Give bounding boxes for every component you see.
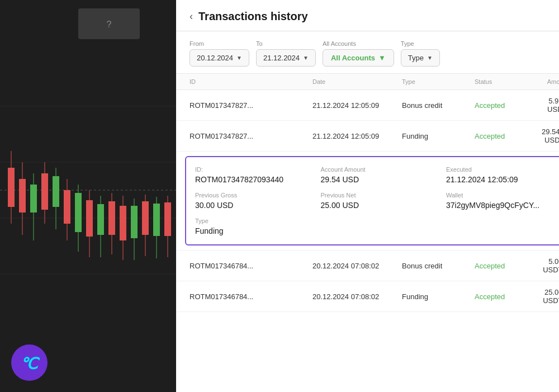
detail-id-field: ID: ROTM017347827093440: [195, 166, 312, 184]
row-amount: 5.91 USD: [542, 97, 559, 114]
row-id: ROTM017347827...: [190, 132, 312, 140]
expanded-grid-top: ID: ROTM017347827093440 Account Amount 2…: [195, 166, 559, 184]
row-id: ROTM017346784...: [190, 262, 312, 270]
row-type: Funding: [402, 132, 475, 140]
svg-rect-8: [8, 168, 15, 207]
row-type: Bonus credit: [402, 101, 475, 110]
type-label: Type: [401, 40, 440, 47]
row-amount-cell: 29.54 USD ∨: [542, 127, 559, 144]
type-value: Type: [408, 54, 424, 62]
header-type: Type: [402, 78, 475, 85]
row-status: Accepted: [475, 101, 542, 110]
row-id: ROTM017347827...: [190, 101, 312, 110]
detail-prev-gross-value: 30.00 USD: [195, 201, 312, 210]
panel-header: ‹ Transactions history ✕: [176, 0, 559, 31]
svg-rect-30: [131, 206, 138, 238]
type-arrow: ▼: [427, 55, 433, 61]
to-date-arrow: ▼: [303, 55, 309, 61]
detail-wallet-field: Wallet 37i2gyMV8pieg9QcFyCY...: [446, 192, 559, 210]
header-status: Status: [475, 78, 542, 85]
row-amount-cell: 5.00 USDT ›: [542, 257, 559, 274]
detail-prev-net-field: Previous Net 25.00 USD: [321, 192, 438, 210]
detail-prev-net-label: Previous Net: [321, 192, 438, 199]
transactions-panel: ‹ Transactions history ✕ From 20.12.2024…: [176, 0, 559, 392]
table-row[interactable]: ROTM017347827... 21.12.2024 12:05:09 Bon…: [176, 90, 559, 121]
detail-prev-gross-field: Previous Gross 30.00 USD: [195, 192, 312, 210]
svg-rect-20: [75, 193, 82, 232]
svg-rect-32: [142, 201, 149, 235]
detail-account-amount-value: 29.54 USD: [321, 175, 438, 184]
detail-id-value: ROTM017347827093440: [195, 175, 312, 184]
svg-rect-36: [164, 202, 171, 236]
table-header: ID Date Type Status Amount: [176, 74, 559, 90]
row-date: 20.12.2024 07:08:02: [312, 262, 402, 270]
from-label: From: [190, 40, 249, 47]
chart-thumbnail: ?: [78, 8, 140, 39]
from-filter-group: From 20.12.2024 ▼: [190, 40, 249, 67]
detail-type-value: Funding: [195, 226, 559, 235]
detail-wallet-value: 37i2gyMV8pieg9QcFyCY...: [446, 201, 559, 210]
from-date-value: 20.12.2024: [197, 54, 233, 62]
row-amount: 25.00 USDT: [542, 288, 559, 305]
to-date-value: 21.12.2024: [263, 54, 300, 62]
back-button[interactable]: ‹: [190, 11, 193, 22]
row-type: Funding: [402, 292, 475, 301]
detail-prev-gross-label: Previous Gross: [195, 192, 312, 199]
detail-account-amount-label: Account Amount: [321, 166, 438, 173]
to-label: To: [256, 40, 316, 47]
detail-account-amount-field: Account Amount 29.54 USD: [321, 166, 438, 184]
logo-circle: ℃: [11, 344, 48, 381]
accounts-select[interactable]: All Accounts ▼: [323, 49, 394, 67]
svg-rect-16: [53, 176, 59, 207]
row-amount-cell: 5.91 USD ›: [542, 97, 559, 114]
detail-id-label: ID:: [195, 166, 312, 173]
row-amount: 29.54 USD: [542, 127, 559, 144]
panel-title: Transactions history: [198, 10, 308, 23]
expanded-detail: ID: ROTM017347827093440 Account Amount 2…: [185, 156, 559, 245]
detail-executed-label: Executed: [446, 166, 559, 173]
detail-wallet-label: Wallet: [446, 192, 559, 199]
filter-row: From 20.12.2024 ▼ To 21.12.2024 ▼ All Ac…: [176, 31, 559, 74]
detail-type-field: Type Funding: [195, 218, 559, 235]
svg-rect-24: [97, 204, 104, 235]
svg-rect-22: [86, 200, 93, 237]
row-status: Accepted: [475, 292, 542, 301]
svg-rect-28: [120, 206, 126, 240]
expanded-detail-wrapper: ID: ROTM017347827093440 Account Amount 2…: [176, 152, 559, 251]
header-date: Date: [312, 78, 402, 85]
accounts-value: All Accounts: [331, 54, 375, 62]
type-filter-group: Type Type ▼: [401, 40, 440, 67]
table-row[interactable]: ROTM017346784... 20.12.2024 07:08:02 Bon…: [176, 251, 559, 281]
from-date-select[interactable]: 20.12.2024 ▼: [190, 49, 249, 67]
from-date-arrow: ▼: [236, 55, 242, 61]
row-id: ROTM017346784...: [190, 292, 312, 301]
svg-text:?: ?: [107, 20, 112, 29]
accounts-arrow: ▼: [378, 54, 386, 62]
detail-type-label: Type: [195, 218, 559, 224]
row-date: 21.12.2024 12:05:09: [312, 101, 402, 110]
svg-rect-26: [108, 201, 115, 235]
row-amount-cell: 25.00 USDT ›: [542, 288, 559, 305]
detail-executed-value: 21.12.2024 12:05:09: [446, 175, 559, 184]
candlestick-chart: [0, 50, 176, 341]
chart-area: ?: [0, 0, 176, 392]
svg-rect-14: [41, 173, 48, 210]
to-date-select[interactable]: 21.12.2024 ▼: [256, 49, 316, 67]
expanded-grid-bottom: Type Funding: [195, 218, 559, 235]
svg-rect-34: [153, 204, 160, 236]
header-amount: Amount: [542, 78, 559, 85]
svg-rect-10: [19, 179, 26, 212]
transactions-table: ID Date Type Status Amount ROTM017347827…: [176, 74, 559, 392]
type-select[interactable]: Type ▼: [401, 49, 440, 67]
expanded-grid-middle: Previous Gross 30.00 USD Previous Net 25…: [195, 192, 559, 210]
detail-executed-field: Executed 21.12.2024 12:05:09: [446, 166, 559, 184]
row-date: 21.12.2024 12:05:09: [312, 132, 402, 140]
accounts-filter-group: All Accounts All Accounts ▼: [323, 40, 394, 67]
row-amount: 5.00 USDT: [542, 257, 559, 274]
table-row[interactable]: ROTM017347827... 21.12.2024 12:05:09 Fun…: [176, 121, 559, 152]
row-status: Accepted: [475, 262, 542, 270]
table-row[interactable]: ROTM017346784... 20.12.2024 07:08:02 Fun…: [176, 281, 559, 312]
row-type: Bonus credit: [402, 262, 475, 270]
svg-rect-18: [64, 190, 70, 224]
row-status: Accepted: [475, 132, 542, 140]
